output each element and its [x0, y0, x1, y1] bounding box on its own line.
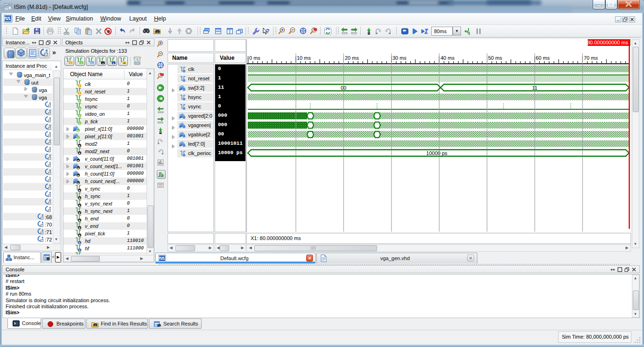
svg-text:●: ●	[79, 189, 81, 192]
svg-text:60 ms: 60 ms	[536, 55, 550, 61]
svg-text:I/O: I/O	[91, 62, 94, 64]
svg-text:?: ?	[266, 28, 269, 35]
svg-text:●: ●	[79, 211, 81, 214]
svg-text:●: ●	[102, 62, 104, 64]
svg-text:10000 ps: 10000 ps	[426, 150, 448, 156]
svg-text:o: o	[79, 106, 81, 110]
svg-text:10 ms: 10 ms	[297, 55, 311, 61]
svg-text:70 ms: 70 ms	[584, 55, 598, 61]
svg-text:40 ms: 40 ms	[441, 55, 455, 61]
svg-text:●: ●	[79, 204, 81, 207]
svg-text:●: ●	[77, 181, 79, 184]
svg-text:50 ms: 50 ms	[488, 55, 502, 61]
svg-text:o: o	[79, 99, 81, 102]
svg-text:80.000000000 ms: 80.000000000 ms	[587, 40, 629, 45]
svg-text:●: ●	[79, 196, 81, 199]
svg-text:●: ●	[79, 234, 81, 237]
svg-text:c: c	[79, 248, 81, 252]
svg-text:c: c	[79, 241, 81, 244]
svg-text:o: o	[77, 136, 79, 140]
svg-text:●: ●	[77, 166, 79, 170]
svg-text:I: I	[79, 92, 80, 95]
svg-text:●: ●	[77, 174, 79, 177]
svg-text:●: ●	[79, 226, 81, 229]
svg-text:0 ms: 0 ms	[249, 55, 260, 61]
svg-text:o: o	[79, 114, 81, 117]
svg-text:o: o	[77, 129, 79, 132]
svg-text:o: o	[79, 121, 81, 125]
svg-text:●: ●	[77, 159, 79, 162]
svg-text:20 ms: 20 ms	[345, 55, 359, 61]
svg-text:●: ●	[79, 151, 81, 155]
svg-text:O: O	[80, 62, 83, 64]
svg-text:30 ms: 30 ms	[392, 55, 406, 61]
svg-text:●: ●	[79, 219, 81, 222]
svg-text:●: ●	[79, 144, 81, 147]
svg-text:u: u	[124, 62, 126, 64]
svg-text:I: I	[79, 84, 80, 87]
